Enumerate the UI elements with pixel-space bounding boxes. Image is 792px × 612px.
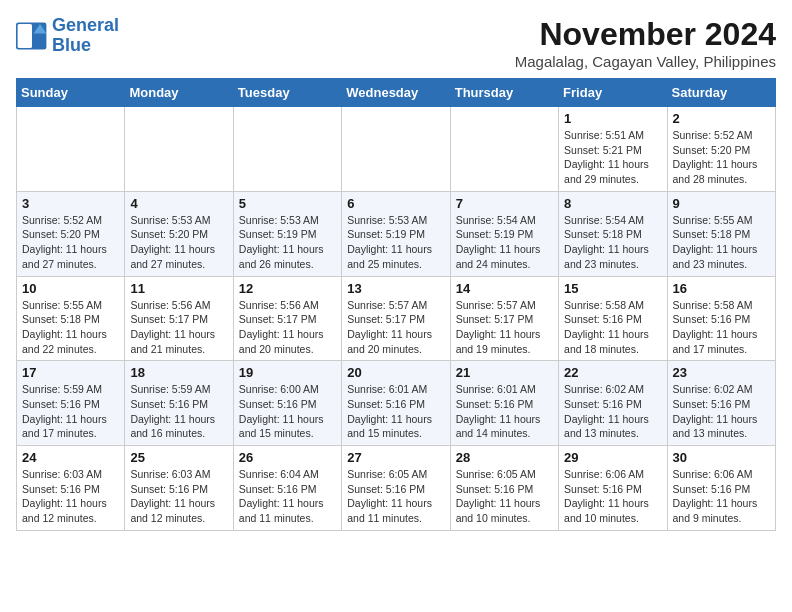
day-number: 18 xyxy=(130,365,227,380)
day-number: 12 xyxy=(239,281,336,296)
day-number: 17 xyxy=(22,365,119,380)
day-cell: 30Sunrise: 6:06 AM Sunset: 5:16 PM Dayli… xyxy=(667,446,775,531)
day-number: 2 xyxy=(673,111,770,126)
day-cell: 16Sunrise: 5:58 AM Sunset: 5:16 PM Dayli… xyxy=(667,276,775,361)
day-cell: 22Sunrise: 6:02 AM Sunset: 5:16 PM Dayli… xyxy=(559,361,667,446)
weekday-header-monday: Monday xyxy=(125,79,233,107)
day-cell: 4Sunrise: 5:53 AM Sunset: 5:20 PM Daylig… xyxy=(125,191,233,276)
day-cell xyxy=(125,107,233,192)
title-area: November 2024 Magalalag, Cagayan Valley,… xyxy=(515,16,776,70)
day-number: 20 xyxy=(347,365,444,380)
weekday-header-row: SundayMondayTuesdayWednesdayThursdayFrid… xyxy=(17,79,776,107)
day-number: 23 xyxy=(673,365,770,380)
day-info: Sunrise: 6:03 AM Sunset: 5:16 PM Dayligh… xyxy=(130,467,227,526)
weekday-header-friday: Friday xyxy=(559,79,667,107)
day-info: Sunrise: 5:57 AM Sunset: 5:17 PM Dayligh… xyxy=(347,298,444,357)
logo-icon xyxy=(16,22,48,50)
svg-rect-2 xyxy=(18,24,32,48)
day-info: Sunrise: 5:58 AM Sunset: 5:16 PM Dayligh… xyxy=(564,298,661,357)
day-cell: 5Sunrise: 5:53 AM Sunset: 5:19 PM Daylig… xyxy=(233,191,341,276)
day-cell: 3Sunrise: 5:52 AM Sunset: 5:20 PM Daylig… xyxy=(17,191,125,276)
day-number: 14 xyxy=(456,281,553,296)
day-cell: 18Sunrise: 5:59 AM Sunset: 5:16 PM Dayli… xyxy=(125,361,233,446)
day-cell: 29Sunrise: 6:06 AM Sunset: 5:16 PM Dayli… xyxy=(559,446,667,531)
day-number: 3 xyxy=(22,196,119,211)
month-title: November 2024 xyxy=(515,16,776,53)
day-info: Sunrise: 6:06 AM Sunset: 5:16 PM Dayligh… xyxy=(564,467,661,526)
weekday-header-thursday: Thursday xyxy=(450,79,558,107)
day-cell: 9Sunrise: 5:55 AM Sunset: 5:18 PM Daylig… xyxy=(667,191,775,276)
day-cell: 23Sunrise: 6:02 AM Sunset: 5:16 PM Dayli… xyxy=(667,361,775,446)
day-cell: 7Sunrise: 5:54 AM Sunset: 5:19 PM Daylig… xyxy=(450,191,558,276)
day-number: 27 xyxy=(347,450,444,465)
day-info: Sunrise: 5:55 AM Sunset: 5:18 PM Dayligh… xyxy=(673,213,770,272)
day-cell xyxy=(342,107,450,192)
day-number: 19 xyxy=(239,365,336,380)
day-info: Sunrise: 6:05 AM Sunset: 5:16 PM Dayligh… xyxy=(347,467,444,526)
logo: General Blue xyxy=(16,16,119,56)
day-number: 1 xyxy=(564,111,661,126)
day-number: 16 xyxy=(673,281,770,296)
day-cell xyxy=(450,107,558,192)
week-row-3: 10Sunrise: 5:55 AM Sunset: 5:18 PM Dayli… xyxy=(17,276,776,361)
day-cell: 8Sunrise: 5:54 AM Sunset: 5:18 PM Daylig… xyxy=(559,191,667,276)
day-number: 7 xyxy=(456,196,553,211)
day-info: Sunrise: 5:53 AM Sunset: 5:19 PM Dayligh… xyxy=(347,213,444,272)
day-cell xyxy=(17,107,125,192)
day-number: 29 xyxy=(564,450,661,465)
day-number: 25 xyxy=(130,450,227,465)
day-number: 13 xyxy=(347,281,444,296)
day-cell: 6Sunrise: 5:53 AM Sunset: 5:19 PM Daylig… xyxy=(342,191,450,276)
logo-text: General Blue xyxy=(52,16,119,56)
day-number: 28 xyxy=(456,450,553,465)
day-cell: 19Sunrise: 6:00 AM Sunset: 5:16 PM Dayli… xyxy=(233,361,341,446)
day-cell: 26Sunrise: 6:04 AM Sunset: 5:16 PM Dayli… xyxy=(233,446,341,531)
day-info: Sunrise: 5:54 AM Sunset: 5:19 PM Dayligh… xyxy=(456,213,553,272)
day-number: 10 xyxy=(22,281,119,296)
day-number: 9 xyxy=(673,196,770,211)
day-info: Sunrise: 5:58 AM Sunset: 5:16 PM Dayligh… xyxy=(673,298,770,357)
day-number: 21 xyxy=(456,365,553,380)
day-cell: 11Sunrise: 5:56 AM Sunset: 5:17 PM Dayli… xyxy=(125,276,233,361)
header: General Blue November 2024 Magalalag, Ca… xyxy=(16,16,776,70)
weekday-header-saturday: Saturday xyxy=(667,79,775,107)
day-cell: 25Sunrise: 6:03 AM Sunset: 5:16 PM Dayli… xyxy=(125,446,233,531)
day-info: Sunrise: 6:04 AM Sunset: 5:16 PM Dayligh… xyxy=(239,467,336,526)
day-info: Sunrise: 5:53 AM Sunset: 5:20 PM Dayligh… xyxy=(130,213,227,272)
day-cell: 15Sunrise: 5:58 AM Sunset: 5:16 PM Dayli… xyxy=(559,276,667,361)
day-info: Sunrise: 6:06 AM Sunset: 5:16 PM Dayligh… xyxy=(673,467,770,526)
week-row-1: 1Sunrise: 5:51 AM Sunset: 5:21 PM Daylig… xyxy=(17,107,776,192)
day-info: Sunrise: 5:56 AM Sunset: 5:17 PM Dayligh… xyxy=(239,298,336,357)
day-info: Sunrise: 5:53 AM Sunset: 5:19 PM Dayligh… xyxy=(239,213,336,272)
day-info: Sunrise: 5:55 AM Sunset: 5:18 PM Dayligh… xyxy=(22,298,119,357)
day-info: Sunrise: 5:51 AM Sunset: 5:21 PM Dayligh… xyxy=(564,128,661,187)
day-info: Sunrise: 5:59 AM Sunset: 5:16 PM Dayligh… xyxy=(22,382,119,441)
day-number: 26 xyxy=(239,450,336,465)
day-info: Sunrise: 5:59 AM Sunset: 5:16 PM Dayligh… xyxy=(130,382,227,441)
calendar-table: SundayMondayTuesdayWednesdayThursdayFrid… xyxy=(16,78,776,531)
day-cell: 27Sunrise: 6:05 AM Sunset: 5:16 PM Dayli… xyxy=(342,446,450,531)
day-info: Sunrise: 6:02 AM Sunset: 5:16 PM Dayligh… xyxy=(673,382,770,441)
day-info: Sunrise: 6:05 AM Sunset: 5:16 PM Dayligh… xyxy=(456,467,553,526)
day-cell: 10Sunrise: 5:55 AM Sunset: 5:18 PM Dayli… xyxy=(17,276,125,361)
location-title: Magalalag, Cagayan Valley, Philippines xyxy=(515,53,776,70)
day-cell: 14Sunrise: 5:57 AM Sunset: 5:17 PM Dayli… xyxy=(450,276,558,361)
day-info: Sunrise: 6:03 AM Sunset: 5:16 PM Dayligh… xyxy=(22,467,119,526)
week-row-5: 24Sunrise: 6:03 AM Sunset: 5:16 PM Dayli… xyxy=(17,446,776,531)
day-info: Sunrise: 6:01 AM Sunset: 5:16 PM Dayligh… xyxy=(456,382,553,441)
day-cell: 1Sunrise: 5:51 AM Sunset: 5:21 PM Daylig… xyxy=(559,107,667,192)
day-number: 6 xyxy=(347,196,444,211)
day-number: 5 xyxy=(239,196,336,211)
day-info: Sunrise: 6:01 AM Sunset: 5:16 PM Dayligh… xyxy=(347,382,444,441)
day-info: Sunrise: 6:02 AM Sunset: 5:16 PM Dayligh… xyxy=(564,382,661,441)
day-number: 30 xyxy=(673,450,770,465)
day-cell: 2Sunrise: 5:52 AM Sunset: 5:20 PM Daylig… xyxy=(667,107,775,192)
day-number: 8 xyxy=(564,196,661,211)
day-cell: 13Sunrise: 5:57 AM Sunset: 5:17 PM Dayli… xyxy=(342,276,450,361)
day-cell: 20Sunrise: 6:01 AM Sunset: 5:16 PM Dayli… xyxy=(342,361,450,446)
weekday-header-sunday: Sunday xyxy=(17,79,125,107)
day-number: 24 xyxy=(22,450,119,465)
weekday-header-tuesday: Tuesday xyxy=(233,79,341,107)
day-cell: 12Sunrise: 5:56 AM Sunset: 5:17 PM Dayli… xyxy=(233,276,341,361)
day-cell: 17Sunrise: 5:59 AM Sunset: 5:16 PM Dayli… xyxy=(17,361,125,446)
